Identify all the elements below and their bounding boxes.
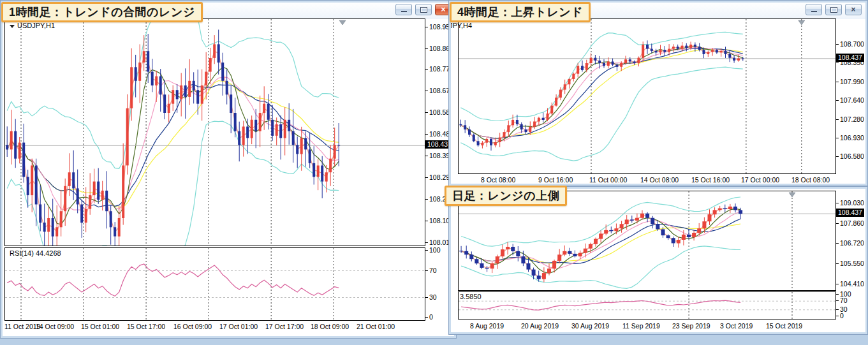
candle-body	[568, 251, 571, 254]
current-price-badge: 108.437	[836, 54, 864, 62]
candle-body	[503, 132, 506, 137]
close-icon: ×	[441, 6, 445, 13]
time-axis[interactable]: 11 Oct 201914 Oct 09:0015 Oct 01:0015 Oc…	[4, 321, 424, 334]
price-tick-label: 106.930	[840, 134, 864, 142]
candle-body	[217, 44, 220, 62]
candle-body	[325, 172, 328, 181]
candle-body	[739, 210, 742, 214]
candle-body	[97, 182, 99, 200]
symbol-label[interactable]: USDJPY,H1	[10, 22, 55, 29]
candle-body	[464, 125, 466, 129]
candle-body	[557, 254, 561, 261]
candle-body	[251, 120, 253, 138]
candle-body	[559, 90, 562, 98]
price-tick-label: 109.030	[840, 199, 864, 207]
candle-body	[594, 58, 596, 61]
candle-body	[615, 65, 618, 67]
rsi-line	[7, 264, 339, 296]
mdi-workspace: { "windows": { "h1": { "title_label": "1…	[0, 0, 868, 345]
moving-average-line	[460, 47, 742, 141]
price-tick-label: 107.860	[840, 219, 864, 227]
time-tick-label: 14 Oct 08:00	[640, 176, 679, 184]
rsi-pane-h1[interactable]: RSI(14) 44.4268	[4, 247, 425, 321]
restore-icon	[830, 7, 837, 13]
time-tick-label: 18 Oct 09:00	[311, 323, 349, 330]
candle-body	[711, 50, 714, 52]
window-chart-h1[interactable]: × USDJPY,H1 108.955108.860108.770108.675…	[0, 0, 457, 339]
minimize-button[interactable]	[395, 4, 412, 15]
time-tick-label: 18 Oct 08:00	[791, 176, 830, 184]
candle-body	[300, 138, 303, 154]
candle-body	[568, 79, 571, 84]
window-controls: ×	[805, 4, 862, 15]
candle-body	[666, 235, 670, 238]
candle-body	[689, 45, 692, 48]
candle-body	[646, 45, 649, 49]
candle-body	[135, 67, 137, 81]
price-tick-label: 106.720	[840, 239, 864, 247]
candle-body	[655, 51, 658, 53]
candle-body	[481, 143, 483, 145]
candle-body	[720, 51, 723, 53]
candle-body	[511, 247, 515, 251]
price-chart-h4[interactable]: USDJPY,H4	[458, 18, 836, 174]
candle-body	[637, 58, 640, 63]
candle-body	[630, 219, 634, 220]
candle-body	[516, 251, 520, 256]
candle-body	[321, 166, 323, 182]
price-axis[interactable]: 109.030107.860106.720105.550104.410108.4…	[835, 191, 868, 291]
candle-body	[163, 94, 166, 113]
candle-body	[180, 85, 182, 99]
time-tick-label: 21 Oct 01:00	[357, 323, 395, 330]
candle-body	[490, 263, 494, 268]
candle-body	[276, 124, 278, 136]
moving-average-line	[460, 46, 742, 144]
restore-button[interactable]	[825, 4, 842, 15]
rsi-axis[interactable]: 10070300	[835, 291, 868, 319]
candle-body	[89, 195, 91, 209]
candle-body	[242, 127, 245, 145]
candle-body	[469, 254, 473, 259]
candle-body	[511, 120, 514, 125]
window-chart-daily[interactable]: 109.030107.860106.720105.550104.410108.4…	[448, 186, 868, 335]
candle-body	[43, 223, 46, 231]
restore-button[interactable]	[415, 4, 432, 15]
chevron-down-icon	[10, 25, 15, 28]
candle-body	[737, 59, 740, 61]
price-axis[interactable]: 108.700108.350107.990107.640107.280106.9…	[835, 18, 868, 174]
annotation-label-h1[interactable]: 1時間足：トレンドの合間のレンジ	[1, 2, 203, 22]
shift-marker-icon	[339, 20, 346, 25]
close-icon: ×	[851, 6, 855, 13]
symbol-label[interactable]: USDJPY,H4	[448, 22, 472, 29]
candle-body	[184, 85, 187, 97]
time-tick-label: 15 Oct 01:00	[81, 323, 119, 330]
shift-marker-icon	[789, 193, 795, 197]
candle-body	[563, 251, 566, 255]
candle-body	[525, 129, 527, 132]
candle-body	[703, 50, 705, 54]
candle-body	[624, 59, 627, 63]
candle-body	[474, 259, 478, 263]
time-tick-label: 11 Oct 2019	[4, 323, 40, 330]
minimize-button[interactable]	[805, 4, 822, 15]
bollinger-lower-line	[460, 67, 742, 161]
candle-body	[473, 135, 475, 141]
price-chart-h1[interactable]: USDJPY,H1	[4, 18, 425, 246]
candle-body	[60, 211, 63, 227]
close-button[interactable]: ×	[845, 4, 862, 15]
time-axis[interactable]: 8 Oct 08:009 Oct 16:0011 Oct 00:0014 Oct…	[458, 174, 835, 185]
price-tick-label: 107.640	[840, 96, 864, 104]
time-axis[interactable]: 8 Aug 201920 Aug 201930 Aug 201911 Sep 2…	[458, 320, 835, 332]
candle-body	[603, 63, 605, 66]
window-chart-h4[interactable]: × USDJPY,H4 108.700108.350107.990107.640…	[448, 0, 868, 186]
annotation-label-h4[interactable]: 4時間足：上昇トレンド	[450, 2, 591, 22]
annotation-label-daily[interactable]: 日足：レンジの上側	[445, 186, 567, 206]
candle-body	[698, 47, 701, 50]
candle-body	[572, 74, 575, 79]
candle-body	[697, 228, 701, 233]
candle-body	[668, 49, 670, 52]
candle-body	[642, 45, 644, 58]
candle-body	[234, 113, 237, 131]
price-tick-label: 106.580	[840, 152, 864, 160]
rsi-pane-daily[interactable]: 3.5850	[458, 291, 836, 319]
